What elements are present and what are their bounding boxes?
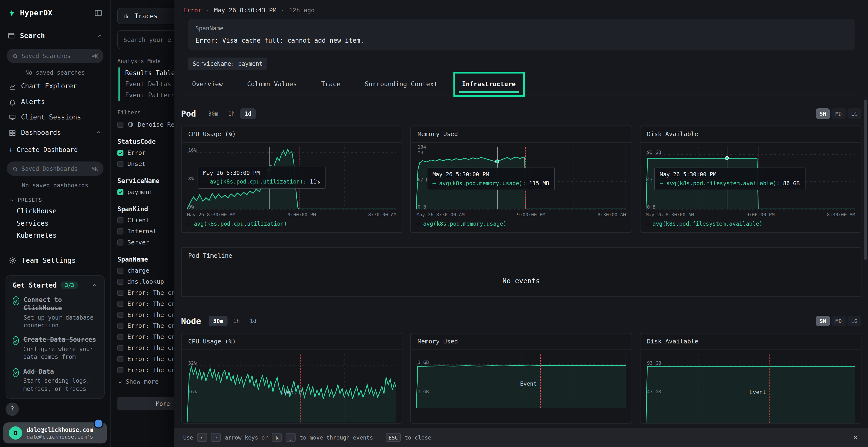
scrollbar[interactable]	[864, 100, 867, 260]
saved-dashboards-input[interactable]: Saved Dashboards ⌘K	[7, 161, 104, 176]
check-circle-icon	[13, 297, 19, 305]
search-section-header[interactable]: Search	[0, 27, 110, 44]
sidebar-item-dashboards[interactable]: Dashboards	[0, 125, 110, 140]
filter-option-label: Server	[127, 239, 149, 246]
chart-plot-area[interactable]: 32%16%Event	[187, 354, 397, 422]
get-started-item[interactable]: Connect to ClickHouseSet up your databas…	[13, 296, 97, 329]
sidebar-item-client-sessions[interactable]: Client Sessions	[0, 110, 110, 125]
shortcut-hint: ⌘K	[92, 53, 98, 59]
node-range-1h[interactable]: 1h	[229, 316, 244, 326]
checkbox-icon[interactable]	[117, 289, 123, 296]
node-size-lg[interactable]: LG	[847, 316, 861, 326]
sidebar-item-alerts[interactable]: Alerts	[0, 94, 110, 109]
pod-size-lg[interactable]: LG	[847, 108, 861, 119]
checkbox-icon[interactable]	[117, 367, 123, 373]
node-size-sm[interactable]: SM	[816, 316, 830, 326]
checkbox-icon[interactable]	[117, 189, 123, 195]
collapse-sidebar-icon[interactable]	[94, 9, 102, 17]
avatar: D	[9, 426, 22, 440]
node-section-header: Node30m1h1dSMMDLG	[181, 316, 862, 326]
checkbox-icon[interactable]	[117, 312, 123, 318]
chart-plot-area[interactable]: 134 MB67 MB0 BEventMay 26 5:30:00 PM— av…	[416, 147, 626, 209]
sidebar-item-label: Dashboards	[21, 129, 61, 137]
checkbox-icon[interactable]	[117, 278, 123, 284]
pod-range-1h[interactable]: 1h	[224, 108, 239, 119]
tooltip-value: 115 MB	[529, 180, 549, 186]
checkbox-icon[interactable]	[117, 228, 123, 234]
user-menu[interactable]: D dale@clickhouse.com dale@clickhouse.co…	[3, 422, 107, 443]
chart-plot-area[interactable]: 93 GB47 GB0 BEventMay 26 5:30:00 PM— avg…	[646, 147, 856, 209]
sidebar: HyperDX Search Saved Searches ⌘K No save…	[0, 0, 111, 447]
sidebar-item-chart-explorer[interactable]: Chart Explorer	[0, 78, 110, 94]
y-axis-label: 16%	[188, 389, 205, 394]
preset-kubernetes[interactable]: Kubernetes	[0, 230, 110, 242]
chart-plot-area[interactable]: 3 GB1 GBEvent	[416, 354, 626, 408]
chart-legend[interactable]: —avg(k8s.pod.memory.usage)	[416, 220, 626, 227]
event-marker-line	[300, 354, 301, 422]
checkbox-icon[interactable]	[117, 239, 123, 245]
gridline	[625, 354, 626, 408]
search-icon	[12, 53, 18, 59]
tab-trace[interactable]: Trace	[321, 73, 340, 95]
checkbox-icon[interactable]	[117, 217, 123, 223]
tooltip-row: — avg(k8s.pod.filesystem.available): 86 …	[660, 180, 800, 186]
chevron-up-icon[interactable]	[92, 282, 97, 288]
presets-header[interactable]: PRESETS	[0, 191, 110, 205]
close-panel-icon[interactable]	[852, 434, 859, 441]
bell-icon	[9, 98, 16, 105]
node-range-30m[interactable]: 30m	[209, 316, 227, 326]
node-size-md[interactable]: MD	[832, 316, 845, 326]
tooltip-row: — avg(k8s.pod.cpu.utilization): 11%	[203, 178, 320, 184]
checkbox-icon[interactable]	[117, 122, 123, 128]
create-dashboard-button[interactable]: + Create Dashboard	[0, 140, 110, 157]
node-range-1d[interactable]: 1d	[245, 316, 261, 326]
checkbox-icon[interactable]	[117, 301, 123, 307]
search-section-icon	[8, 32, 15, 39]
chart-legend[interactable]: —avg(k8s.pod.cpu.utilization)	[187, 220, 397, 227]
chart-card-node-cpu-usage: CPU Usage (%)32%16%Event	[181, 333, 403, 424]
tab-surrounding-context[interactable]: Surrounding Context	[365, 73, 438, 95]
denoise-icon	[127, 121, 134, 128]
checkbox-icon[interactable]	[117, 334, 123, 340]
messenger-icon[interactable]	[94, 419, 103, 428]
get-started-header[interactable]: Get Started 3/3	[13, 281, 97, 289]
get-started-card: Get Started 3/3 Connect to ClickHouseSet…	[5, 275, 105, 398]
detail-tabs: OverviewColumn ValuesTraceSurrounding Co…	[183, 73, 859, 95]
checkbox-icon[interactable]	[117, 149, 123, 156]
x-axis-label: May 26 8:30:00 AM	[646, 212, 694, 217]
team-settings-button[interactable]: Team Settings	[0, 250, 110, 270]
service-name-tag[interactable]: ServiceName: payment	[188, 58, 268, 70]
chart-legend[interactable]: —avg(k8s.pod.filesystem.available)	[646, 220, 856, 227]
checkbox-icon[interactable]	[117, 267, 123, 273]
separator: ·	[281, 7, 284, 14]
pod-range-30m[interactable]: 30m	[204, 108, 222, 119]
x-axis-label: 8:30:00 AM	[368, 212, 397, 217]
preset-clickhouse[interactable]: ClickHouse	[0, 205, 110, 217]
x-axis: May 26 8:30:00 AM9:00:00 PM8:30:00 AM	[416, 212, 626, 217]
pod-size-md[interactable]: MD	[832, 108, 845, 119]
chart-plot-area[interactable]: 16%8%0%EventMay 26 5:30:00 PM— avg(k8s.p…	[187, 147, 397, 209]
get-started-item[interactable]: Add DataStart sending logs, metrics, or …	[13, 368, 97, 392]
checkbox-icon[interactable]	[117, 161, 123, 167]
tab-overview[interactable]: Overview	[192, 73, 223, 95]
chart-tooltip: May 26 5:30:00 PM— avg(k8s.pod.memory.us…	[427, 168, 555, 190]
tooltip-series-label: avg(k8s.pod.cpu.utilization):	[210, 178, 306, 184]
span-name-card: SpanName Error: Visa cache full: cannot …	[188, 19, 855, 49]
tab-infrastructure[interactable]: Infrastructure	[462, 73, 516, 95]
help-button[interactable]: ?	[5, 403, 19, 416]
tab-column-values[interactable]: Column Values	[247, 73, 297, 95]
checkbox-icon[interactable]	[117, 356, 123, 362]
chart-plot-area[interactable]: 93 GB47 GBEvent	[646, 354, 856, 423]
get-started-item[interactable]: Create Data SourcesConfigure where your …	[13, 336, 97, 361]
pod-size-sm[interactable]: SM	[816, 108, 830, 119]
separator: ·	[206, 7, 210, 14]
pod-range-1d[interactable]: 1d	[240, 108, 256, 119]
gridline	[646, 154, 856, 154]
chevron-up-icon[interactable]	[96, 130, 101, 136]
preset-services[interactable]: Services	[0, 217, 110, 230]
chart-tooltip: May 26 5:30:00 PM— avg(k8s.pod.filesyste…	[654, 168, 805, 190]
chevron-up-icon[interactable]	[97, 33, 102, 38]
saved-searches-input[interactable]: Saved Searches ⌘K	[7, 49, 104, 63]
checkbox-icon[interactable]	[117, 345, 123, 351]
checkbox-icon[interactable]	[117, 323, 123, 329]
